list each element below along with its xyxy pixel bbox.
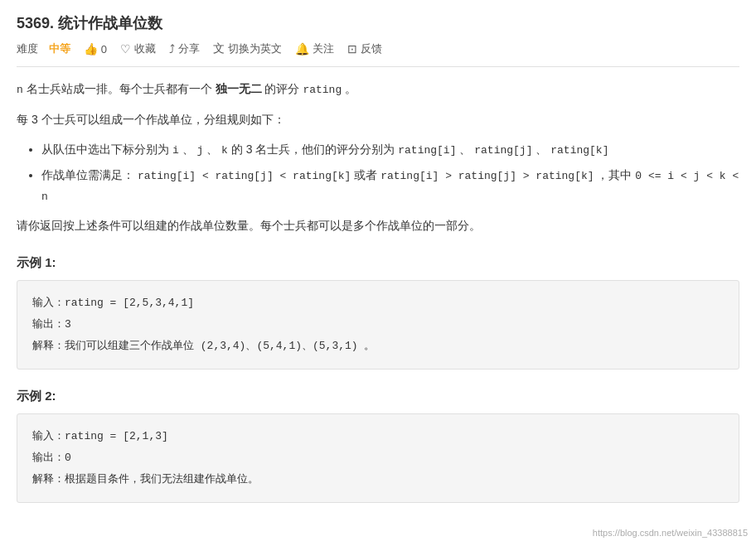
bullet-list: 从队伍中选出下标分别为 i 、 j 、 k 的 3 名士兵，他们的评分分别为 r… <box>41 139 739 207</box>
follow-button[interactable]: 🔔 关注 <box>295 41 334 56</box>
switch-lang-icon: 文 <box>213 41 225 56</box>
bullet-item-2: 作战单位需满足： rating[i] < rating[j] < rating[… <box>41 165 739 207</box>
example1-input-line: 输入：rating = [2,5,3,4,1] <box>32 292 724 314</box>
n-text: n <box>17 84 23 96</box>
meta-bar: 难度 中等 👍 0 ♡ 收藏 ⤴ 分享 文 切换为英文 🔔 关注 ⊡ 反馈 <box>17 41 739 67</box>
index-k: k <box>221 144 228 157</box>
example2-title: 示例 2: <box>17 384 739 407</box>
feedback-button[interactable]: ⊡ 反馈 <box>347 41 382 56</box>
share-label: 分享 <box>178 41 200 56</box>
like-count: 0 <box>101 43 107 56</box>
share-icon: ⤴ <box>169 42 175 56</box>
like-button[interactable]: 👍 0 <box>84 42 107 56</box>
unique-bold: 独一无二 <box>216 82 262 95</box>
favorite-label: 收藏 <box>134 41 156 56</box>
example2-block: 输入：rating = [2,1,3] 输出：0 解释：根据题目条件，我们无法组… <box>17 413 739 503</box>
index-i: i <box>172 144 179 157</box>
rating-i: rating[i] <box>398 144 456 157</box>
section1-paragraph: 每 3 个士兵可以组成一个作战单位，分组规则如下： <box>17 109 739 130</box>
condition-desc: rating[i] > rating[j] > rating[k] <box>380 170 594 182</box>
like-icon: 👍 <box>84 42 98 56</box>
index-j: j <box>196 144 203 157</box>
example1-explain-line: 解释：我们可以组建三个作战单位 (2,3,4)、(5,4,1)、(5,3,1) … <box>32 336 724 357</box>
follow-icon: 🔔 <box>295 42 309 56</box>
example1-block: 输入：rating = [2,5,3,4,1] 输出：3 解释：我们可以组建三个… <box>17 280 739 370</box>
example2-input-line: 输入：rating = [2,1,3] <box>32 426 724 447</box>
intro-text-3: 。 <box>345 82 356 95</box>
content-section: n 名士兵站成一排。每个士兵都有一个 独一无二 的评分 rating 。 每 3… <box>17 79 739 503</box>
summary-paragraph: 请你返回按上述条件可以组建的作战单位数量。每个士兵都可以是多个作战单位的一部分。 <box>17 215 739 236</box>
difficulty-value: 中等 <box>49 42 70 55</box>
favorite-button[interactable]: ♡ 收藏 <box>120 41 156 56</box>
intro-text-1: 名士兵站成一排。每个士兵都有一个 <box>27 82 216 95</box>
difficulty-section: 难度 中等 <box>17 41 70 56</box>
favorite-icon: ♡ <box>120 42 131 56</box>
section1-text: 每 3 个士兵可以组成一个作战单位，分组规则如下： <box>17 113 285 126</box>
page-title: 5369. 统计作战单位数 <box>17 13 162 33</box>
example1-output-line: 输出：3 <box>32 314 724 336</box>
follow-label: 关注 <box>313 41 334 56</box>
watermark: https://blog.csdn.net/weixin_43388815 <box>593 528 748 538</box>
page-container: 5369. 统计作战单位数 难度 中等 👍 0 ♡ 收藏 ⤴ 分享 文 切换为英… <box>0 0 756 528</box>
switch-lang-label: 切换为英文 <box>228 41 282 56</box>
intro-paragraph: n 名士兵站成一排。每个士兵都有一个 独一无二 的评分 rating 。 <box>17 79 739 99</box>
rating-text-intro: rating <box>303 84 342 96</box>
difficulty-label: 难度 <box>17 42 38 55</box>
switch-lang-button[interactable]: 文 切换为英文 <box>213 41 282 56</box>
rating-k: rating[k] <box>550 144 608 157</box>
example2-explain-line: 解释：根据题目条件，我们无法组建作战单位。 <box>32 469 724 490</box>
feedback-icon: ⊡ <box>347 42 357 56</box>
rating-j: rating[j] <box>474 144 532 157</box>
example1-title: 示例 1: <box>17 251 739 273</box>
bullet-item-1: 从队伍中选出下标分别为 i 、 j 、 k 的 3 名士兵，他们的评分分别为 r… <box>41 139 739 160</box>
title-row: 5369. 统计作战单位数 <box>17 13 739 33</box>
feedback-label: 反馈 <box>361 41 382 56</box>
condition-asc: rating[i] < rating[j] < rating[k] <box>138 170 351 182</box>
share-button[interactable]: ⤴ 分享 <box>169 41 200 56</box>
example2-output-line: 输出：0 <box>32 447 724 469</box>
intro-text-2: 的评分 <box>264 82 303 95</box>
